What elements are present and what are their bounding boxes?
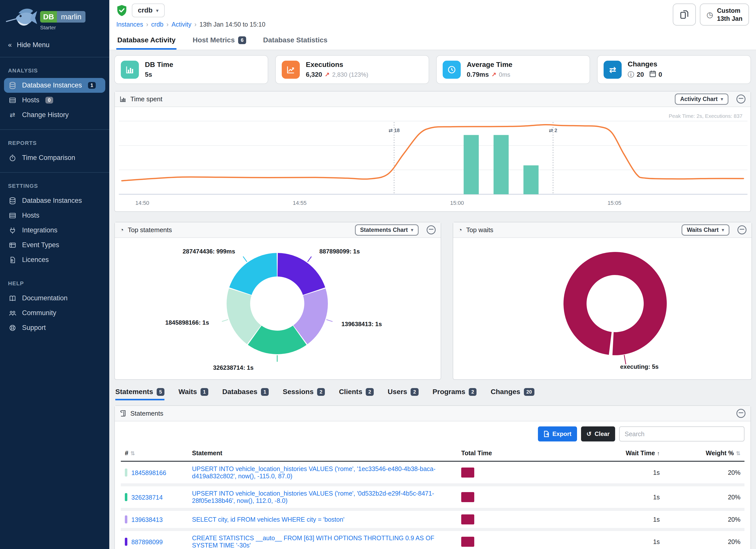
- line-chart-icon: [282, 61, 300, 79]
- copy-button[interactable]: [673, 4, 696, 26]
- weight-value: 20%: [664, 509, 744, 529]
- tab-databases[interactable]: Databases1: [222, 388, 269, 400]
- tab-programs[interactable]: Programs2: [433, 388, 477, 400]
- db-time-value: 5s: [145, 71, 152, 78]
- pie-chart-icon: ◔: [458, 226, 462, 234]
- copy-icon: [680, 10, 689, 19]
- statement-link[interactable]: CREATE STATISTICS __auto__ FROM [63] WIT…: [192, 534, 434, 549]
- trend-up-icon: ↗: [491, 71, 496, 78]
- card-db-time: DB Time 5s: [114, 55, 268, 84]
- top-statements-panel: ◔ Top statements Statements Chart ▾ 2874…: [114, 222, 441, 380]
- export-button[interactable]: Export: [538, 426, 577, 441]
- tab-users[interactable]: Users2: [388, 388, 419, 400]
- export-icon: [543, 431, 549, 437]
- sidebar-divider: [0, 172, 109, 173]
- tab-waits[interactable]: Waits1: [178, 388, 208, 400]
- sort-icon[interactable]: ⇅: [736, 450, 740, 456]
- breadcrumb-separator: ›: [195, 21, 197, 28]
- hide-menu-button[interactable]: « Hide Menu: [0, 35, 109, 55]
- panel-title: Statements: [130, 410, 163, 417]
- breadcrumb-crdb[interactable]: crdb: [151, 21, 163, 28]
- clear-button[interactable]: ↺ Clear: [581, 426, 615, 441]
- statements-donut-chart[interactable]: 287474436: 999ms 887898099: 1s 184589816…: [115, 238, 441, 379]
- sidebar-item-licences[interactable]: Licences: [4, 252, 105, 267]
- time-spent-chart[interactable]: Peak Time: 2s, Executions: 837 ⇄ 18⇄ 214…: [115, 107, 750, 211]
- svg-text:⇄ 18: ⇄ 18: [389, 128, 400, 133]
- sidebar-item-time-comparison[interactable]: Time Comparison: [4, 150, 105, 165]
- wait-time-value: 1s: [548, 509, 664, 529]
- statement-id-link[interactable]: 139638413: [131, 516, 163, 523]
- instance-selector[interactable]: crdb ▾: [132, 4, 165, 17]
- chevron-down-icon: ▾: [156, 8, 159, 14]
- time-range-button[interactable]: ◷ Custom13th Jan: [700, 4, 749, 26]
- statement-id-link[interactable]: 1845898166: [131, 469, 166, 476]
- page-tabs: Database Activity Host Metrics 6 Databas…: [109, 31, 756, 50]
- trend-up-icon: ↗: [325, 71, 330, 78]
- statements-chart-select[interactable]: Statements Chart ▾: [355, 224, 419, 236]
- panel-title: Top statements: [128, 226, 172, 234]
- statement-link[interactable]: UPSERT INTO vehicle_location_histories V…: [192, 465, 435, 480]
- tab-database-statistics[interactable]: Database Statistics: [262, 31, 329, 50]
- sidebar-item-change-history[interactable]: ⇄ Change History: [4, 108, 105, 122]
- weight-value: 20%: [664, 461, 744, 485]
- wait-time-value: 1s: [548, 529, 664, 549]
- column-header-num[interactable]: #⇅: [121, 445, 188, 461]
- breadcrumb-activity[interactable]: Activity: [171, 21, 191, 28]
- scroll-icon: [120, 410, 126, 417]
- brand-logo: DBmarlin Starter: [0, 0, 109, 35]
- breadcrumb-separator: ›: [146, 21, 148, 28]
- sidebar-item-settings-database-instances[interactable]: Database Instances: [4, 193, 105, 208]
- sidebar-item-community[interactable]: Community: [4, 306, 105, 320]
- sidebar-item-support[interactable]: Support: [4, 320, 105, 335]
- table-row: 139638413 SELECT city, id FROM vehicles …: [121, 509, 744, 529]
- tab-statements[interactable]: Statements5: [115, 388, 164, 400]
- breadcrumb-instances[interactable]: Instances: [116, 21, 143, 28]
- sidebar-item-database-instances[interactable]: Database Instances 1: [4, 78, 105, 93]
- sidebar-item-documentation[interactable]: Documentation: [4, 291, 105, 306]
- detail-tabs: Statements5 Waits1 Databases1 Sessions2 …: [115, 388, 750, 400]
- collapse-panel-button[interactable]: [736, 409, 745, 418]
- tab-clients[interactable]: Clients2: [339, 388, 373, 400]
- sidebar-item-hosts[interactable]: Hosts 0: [4, 93, 105, 108]
- collapse-panel-button[interactable]: [427, 225, 436, 234]
- sidebar: DBmarlin Starter « Hide Menu ANALYSIS Da…: [0, 0, 109, 549]
- tab-database-activity[interactable]: Database Activity: [116, 31, 176, 50]
- sidebar-item-settings-hosts[interactable]: Hosts: [4, 208, 105, 223]
- wait-time-value: 1s: [548, 485, 664, 509]
- tab-host-metrics[interactable]: Host Metrics 6: [192, 31, 247, 50]
- statement-link[interactable]: UPSERT INTO vehicle_location_histories V…: [192, 490, 434, 504]
- tab-changes[interactable]: Changes20: [491, 388, 534, 400]
- info-icon: ⓘ: [628, 70, 634, 79]
- lifebuoy-icon: [8, 324, 17, 332]
- donut-label: 887898099: 1s: [319, 248, 360, 255]
- average-time-value: 0.79ms: [467, 71, 489, 78]
- statement-id-link[interactable]: 326238714: [131, 494, 163, 501]
- waits-donut-chart[interactable]: executing: 5s: [453, 238, 751, 379]
- clock-icon: ◷: [706, 10, 713, 20]
- sidebar-item-event-types[interactable]: Event Types: [4, 238, 105, 252]
- chevron-down-icon: ▾: [721, 96, 723, 102]
- statement-link[interactable]: SELECT city, id FROM vehicles WHERE city…: [192, 516, 344, 523]
- column-header-weight[interactable]: Weight %⇅: [664, 445, 744, 461]
- changes-event-count: 0: [658, 71, 662, 78]
- collapse-panel-button[interactable]: [737, 225, 746, 234]
- sidebar-section-reports: REPORTS: [8, 140, 101, 146]
- database-icon: [8, 197, 17, 205]
- sort-icon[interactable]: ⇅: [130, 450, 135, 456]
- server-icon: [8, 212, 17, 219]
- activity-chart-select[interactable]: Activity Chart ▾: [675, 94, 728, 105]
- sidebar-item-integrations[interactable]: Integrations: [4, 223, 105, 238]
- sort-icon[interactable]: ↑: [657, 450, 660, 456]
- donut-label: 287474436: 999ms: [182, 248, 235, 255]
- sidebar-section-analysis: ANALYSIS: [8, 67, 101, 74]
- waits-chart-select[interactable]: Waits Chart ▾: [682, 224, 729, 236]
- swap-arrows-icon: ⇄: [8, 111, 17, 119]
- pie-chart-icon: ◔: [120, 226, 124, 234]
- collapse-panel-button[interactable]: [736, 95, 745, 104]
- column-header-wait-time[interactable]: Wait Time↑: [548, 445, 664, 461]
- statement-id-link[interactable]: 887898099: [131, 538, 163, 545]
- licence-document-icon: [8, 256, 17, 264]
- chart-icon: [120, 96, 126, 102]
- search-input[interactable]: [619, 426, 744, 441]
- tab-sessions[interactable]: Sessions2: [283, 388, 325, 400]
